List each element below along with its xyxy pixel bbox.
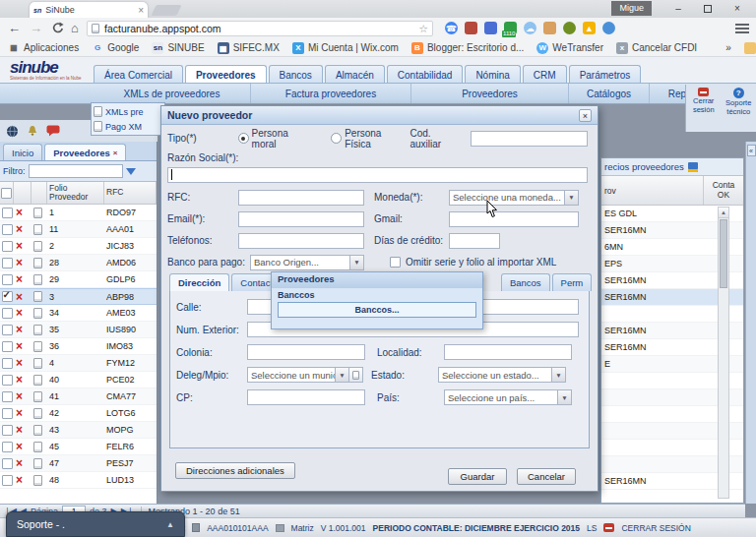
delete-icon[interactable]: × xyxy=(16,358,23,368)
scroll-up-icon[interactable]: ▲ xyxy=(719,208,728,218)
bookmark-item[interactable]: X Mi Cuenta | Wix.com xyxy=(292,42,399,54)
submenu-item[interactable]: XMLs de proveedores xyxy=(94,84,251,103)
bookmark-item[interactable]: ▅ SIFEC.MX xyxy=(218,42,280,54)
delete-icon[interactable]: × xyxy=(16,258,23,268)
document-icon[interactable] xyxy=(33,224,42,235)
delete-icon[interactable]: × xyxy=(16,274,23,284)
persona-fisica-label[interactable]: Persona Física xyxy=(345,128,410,149)
bookmark-item[interactable]: x Cancelar CFDI xyxy=(616,42,697,54)
row-checkbox[interactable] xyxy=(2,274,13,285)
scrollbar-thumb[interactable] xyxy=(720,219,727,288)
table-row[interactable]: × 2 JICJ83 xyxy=(0,238,157,255)
gmail-input[interactable] xyxy=(449,211,579,227)
table-row[interactable]: × 47 PESJ7 xyxy=(0,455,157,472)
main-tab[interactable]: Almacén xyxy=(325,65,385,85)
bookmark-item[interactable]: ▦ Aplicaciones xyxy=(8,42,79,54)
omitir-checkbox[interactable] xyxy=(390,257,401,268)
new-tab-button[interactable] xyxy=(151,5,181,16)
row-checkbox[interactable] xyxy=(2,241,13,252)
direcciones-adicionales-button[interactable]: Direcciones adicionales xyxy=(175,462,295,479)
delete-icon[interactable]: × xyxy=(16,292,23,302)
delete-icon[interactable]: × xyxy=(16,375,23,385)
table-row[interactable]: × 45 FELR6 xyxy=(0,439,157,455)
row-checkbox[interactable] xyxy=(2,341,13,352)
chrome-menu-icon[interactable] xyxy=(735,24,749,33)
pais-select[interactable]: Seleccione un país...▼ xyxy=(444,389,572,405)
banccos-option[interactable]: Banccos... xyxy=(278,302,476,318)
delete-icon[interactable]: × xyxy=(16,208,23,217)
logout-button[interactable]: Cerrar sesión xyxy=(686,85,722,132)
collapse-panel-icon[interactable]: « xyxy=(747,145,756,156)
row-checkbox[interactable] xyxy=(2,458,13,469)
moneda-select[interactable]: Seleccione una moneda...▼ xyxy=(449,190,579,206)
row-checkbox[interactable] xyxy=(2,291,13,302)
back-icon[interactable]: ← xyxy=(8,21,21,35)
chevron-down-icon[interactable]: ▼ xyxy=(335,367,349,383)
colonia-input[interactable] xyxy=(247,344,365,360)
document-icon[interactable] xyxy=(33,341,42,352)
bookmark-item[interactable]: B Blogger: Escritorio d... xyxy=(411,42,524,54)
chevron-up-icon[interactable]: ▲ xyxy=(166,520,174,529)
docs-extension-icon[interactable] xyxy=(484,22,497,34)
rfc-input[interactable] xyxy=(238,190,364,206)
localidad-input[interactable] xyxy=(444,344,572,360)
row-checkbox[interactable] xyxy=(2,325,13,335)
row-checkbox[interactable] xyxy=(2,408,13,419)
close-button[interactable]: × xyxy=(723,0,752,17)
persona-moral-radio[interactable] xyxy=(238,133,249,144)
drive-extension-icon[interactable]: ▲ xyxy=(583,22,596,34)
home-icon[interactable]: ⌂ xyxy=(71,21,79,35)
column-folio[interactable]: Folio Proveedor xyxy=(47,182,104,204)
column-rfc[interactable]: RFC xyxy=(104,182,157,204)
select-all-checkbox[interactable] xyxy=(1,188,12,199)
table-row[interactable]: × 29 GDLP6 xyxy=(0,271,157,288)
table-row[interactable]: × 42 LOTG6 xyxy=(0,405,157,422)
submenu-item[interactable]: Factura proveedores xyxy=(251,84,411,103)
profile-button[interactable]: Migue xyxy=(611,1,652,16)
scrollbar[interactable]: ▲ xyxy=(718,207,729,499)
row-checkbox[interactable] xyxy=(2,442,13,452)
main-tab[interactable]: Nómina xyxy=(465,65,520,85)
table-row[interactable]: × 34 AME03 xyxy=(0,305,157,322)
browser-tab[interactable]: sn SiNube × xyxy=(30,2,148,18)
telefonos-input[interactable] xyxy=(238,233,364,249)
delete-icon[interactable]: × xyxy=(16,425,23,435)
modal-tab[interactable]: Dirección xyxy=(169,273,229,291)
globe-icon[interactable] xyxy=(6,125,19,138)
document-icon[interactable] xyxy=(33,208,42,218)
document-icon[interactable] xyxy=(33,425,42,436)
delete-icon[interactable]: × xyxy=(16,458,23,468)
tab-close-icon[interactable]: × xyxy=(138,5,144,16)
main-tab[interactable]: CRM xyxy=(523,65,567,85)
column-conta-ok[interactable]: Conta OK xyxy=(704,176,743,205)
omitir-label[interactable]: Omitir serie y folio al importar XML xyxy=(406,257,556,268)
column-prov[interactable]: rov xyxy=(601,176,704,205)
row-checkbox[interactable] xyxy=(2,208,13,218)
main-tab[interactable]: Bancos xyxy=(269,65,323,85)
bookmark-item[interactable]: G Google xyxy=(92,42,139,54)
table-row[interactable]: × 40 PCE02 xyxy=(0,372,157,388)
document-icon[interactable] xyxy=(33,241,42,252)
document-icon[interactable] xyxy=(33,458,42,469)
delete-icon[interactable]: × xyxy=(16,224,23,234)
modal-tab[interactable]: Bancos xyxy=(501,273,550,291)
export-icon[interactable] xyxy=(688,162,698,172)
row-checkbox[interactable] xyxy=(2,391,13,402)
bell-icon[interactable] xyxy=(27,125,38,138)
document-icon[interactable] xyxy=(33,258,42,268)
chevron-down-icon[interactable]: ▼ xyxy=(551,367,566,383)
document-icon[interactable] xyxy=(33,475,42,486)
bookmark-star-icon[interactable]: ☆ xyxy=(418,23,428,35)
delete-icon[interactable]: × xyxy=(16,241,23,251)
row-checkbox[interactable] xyxy=(2,358,13,369)
guardar-button[interactable]: Guardar xyxy=(448,468,507,485)
document-icon[interactable] xyxy=(33,308,42,319)
email-input[interactable] xyxy=(238,211,364,227)
table-row[interactable]: × 11 AAA01 xyxy=(0,221,157,238)
row-checkbox[interactable] xyxy=(2,308,13,319)
document-icon[interactable] xyxy=(33,391,42,402)
table-row[interactable]: × 36 IMO83 xyxy=(0,338,157,355)
document-icon[interactable] xyxy=(33,358,42,369)
minimize-button[interactable]: – xyxy=(663,0,693,17)
chevron-down-icon[interactable]: ▼ xyxy=(557,389,572,405)
